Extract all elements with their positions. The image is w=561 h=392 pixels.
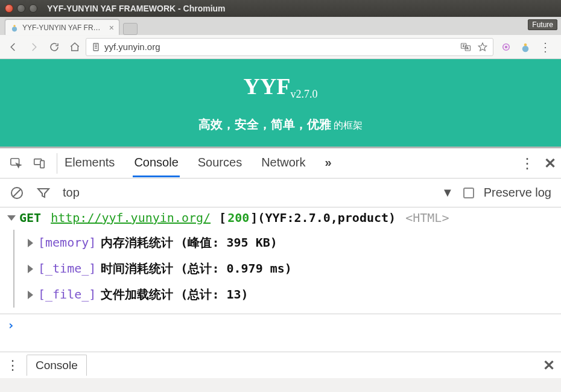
console-prompt[interactable]: › <box>0 314 561 336</box>
divider <box>57 153 57 174</box>
window-title: YYF-YUNYIN YAF FRAMEWORK - Chromium <box>47 4 226 13</box>
address-bar[interactable]: yyf.yunyin.org <box>86 38 493 56</box>
browser-tabstrip: YYF-YUNYIN YAF FR… × Future <box>0 17 561 35</box>
svg-rect-14 <box>40 160 44 168</box>
http-method: GET <box>19 210 41 226</box>
devtools-close-icon[interactable]: ✕ <box>544 155 556 172</box>
log-child[interactable]: [memory] 内存消耗统计 (峰值: 395 KB) <box>21 230 561 256</box>
bracket: [ <box>212 210 226 226</box>
context-label: top <box>63 186 80 200</box>
http-status: 200 <box>227 210 249 226</box>
child-label: [memory] <box>38 235 96 251</box>
console-toolbar: top ▼ Preserve log <box>0 179 561 207</box>
device-toolbar-icon[interactable] <box>28 152 51 175</box>
log-url[interactable]: http://yyf.yunyin.org/ <box>51 210 211 226</box>
bookmark-icon[interactable] <box>477 42 488 52</box>
preserve-log-checkbox[interactable] <box>463 188 474 198</box>
devtools-header: Elements Console Sources Network » ⋮ ✕ <box>0 148 561 179</box>
expand-toggle-icon[interactable] <box>28 265 33 273</box>
tabs-overflow-icon[interactable]: » <box>324 150 333 177</box>
url-text: yyf.yunyin.org <box>104 42 160 52</box>
back-button[interactable] <box>4 37 23 57</box>
tagline-strong: 高效，安全，简单，优雅 <box>198 118 331 131</box>
tagline: 高效，安全，简单，优雅 的框架 <box>0 116 561 133</box>
child-label: [_time_] <box>38 261 96 277</box>
tab-elements[interactable]: Elements <box>63 150 116 177</box>
window-minimize-button[interactable] <box>17 4 25 13</box>
drawer-menu-icon[interactable]: ⋮ <box>6 358 19 373</box>
spacer <box>0 336 561 352</box>
svg-point-1 <box>13 25 16 27</box>
devtools-tabs: Elements Console Sources Network » <box>63 150 333 177</box>
drawer-tab-console[interactable]: Console <box>27 355 87 376</box>
svg-point-0 <box>12 27 17 31</box>
svg-point-10 <box>522 45 529 52</box>
expand-toggle-icon[interactable] <box>28 291 33 299</box>
browser-toolbar: yyf.yunyin.org ⋮ <box>0 35 561 59</box>
svg-line-16 <box>13 189 21 197</box>
drawer-close-icon[interactable]: ✕ <box>543 357 555 374</box>
extensions-area: ⋮ <box>495 40 557 54</box>
future-badge[interactable]: Future <box>528 19 557 30</box>
dropdown-arrow-icon[interactable]: ▼ <box>442 186 454 200</box>
heading-text: YYF <box>243 74 290 99</box>
clear-console-icon[interactable] <box>10 186 24 200</box>
tagline-small: 的框架 <box>331 120 363 130</box>
forward-button[interactable] <box>24 37 43 57</box>
window-titlebar: YYF-YUNYIN YAF FRAMEWORK - Chromium <box>0 0 561 17</box>
page-content: YYFv2.7.0 高效，安全，简单，优雅 的框架 <box>0 59 561 148</box>
browser-menu-icon[interactable]: ⋮ <box>539 40 551 54</box>
extension-icon[interactable] <box>520 42 531 52</box>
browser-tab[interactable]: YYF-YUNYIN YAF FR… × <box>5 19 119 35</box>
child-text: 时间消耗统计 (总计: 0.979 ms) <box>96 261 292 277</box>
drawer-header: ⋮ Console ✕ <box>0 352 561 378</box>
home-button[interactable] <box>65 37 84 57</box>
console-output: GET http://yyf.yunyin.org/ [200](YYF:2.7… <box>0 207 561 314</box>
html-tag: <HTML> <box>405 210 449 226</box>
child-label: [_file_] <box>38 286 96 303</box>
site-info-icon[interactable] <box>91 42 101 52</box>
svg-point-11 <box>524 43 527 46</box>
log-child[interactable]: [_time_] 时间消耗统计 (总计: 0.979 ms) <box>21 256 561 282</box>
window-maximize-button[interactable] <box>29 4 37 13</box>
expand-toggle-icon[interactable] <box>28 239 33 247</box>
expand-toggle-icon[interactable] <box>7 215 16 221</box>
tab-title: YYF-YUNYIN YAF FR… <box>22 24 101 32</box>
log-child[interactable]: [_file_] 文件加载统计 (总计: 13) <box>21 282 561 308</box>
log-entry[interactable]: GET http://yyf.yunyin.org/ [200](YYF:2.7… <box>7 210 561 226</box>
tab-console[interactable]: Console <box>133 150 179 177</box>
tab-close-icon[interactable]: × <box>109 23 114 33</box>
extension-icon[interactable] <box>501 42 512 52</box>
new-tab-button[interactable] <box>123 23 138 35</box>
window-close-button[interactable] <box>5 4 13 13</box>
inspect-element-icon[interactable] <box>5 152 28 175</box>
translate-icon[interactable] <box>460 42 471 52</box>
tab-sources[interactable]: Sources <box>197 150 243 177</box>
log-meta: ](YYF:2.7.0,product) <box>250 210 396 226</box>
preserve-log-label: Preserve log <box>484 186 551 200</box>
devtools-menu-icon[interactable]: ⋮ <box>520 155 534 172</box>
child-text: 内存消耗统计 (峰值: 395 KB) <box>96 235 277 251</box>
reload-button[interactable] <box>45 37 64 57</box>
prompt-caret-icon: › <box>7 318 14 332</box>
child-text: 文件加载统计 (总计: 13) <box>96 286 248 303</box>
favicon-icon <box>10 24 19 32</box>
log-children: [memory] 内存消耗统计 (峰值: 395 KB) [_time_] 时间… <box>13 230 561 308</box>
tab-network[interactable]: Network <box>260 150 306 177</box>
filter-icon[interactable] <box>36 186 51 200</box>
site-heading: YYFv2.7.0 <box>0 73 561 100</box>
version-text: v2.7.0 <box>291 88 318 100</box>
svg-point-9 <box>506 46 507 48</box>
context-selector[interactable]: top <box>63 186 80 200</box>
